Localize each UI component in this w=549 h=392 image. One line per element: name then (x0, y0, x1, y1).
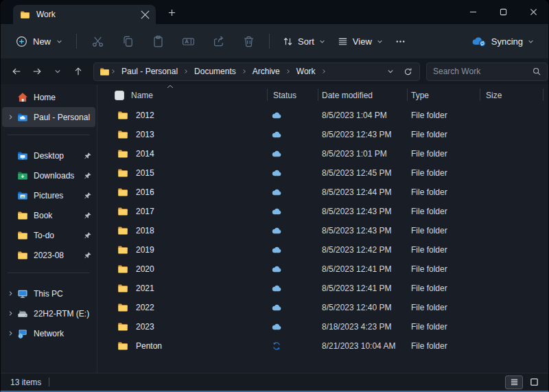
toolbar-actions (84, 30, 262, 53)
large-icons-view-icon (530, 378, 539, 387)
explorer-tab[interactable]: Work (13, 5, 156, 24)
close-button[interactable] (518, 0, 548, 23)
sidebar-item-network[interactable]: Network (2, 323, 95, 343)
arrow-left-icon (12, 67, 21, 76)
file-type: File folder (411, 111, 447, 120)
date-modified: 8/5/2023 12:45 PM (322, 168, 391, 178)
chevron-right-icon[interactable] (5, 114, 16, 120)
sync-status-label: Syncing (491, 36, 523, 47)
rename-button[interactable] (174, 30, 202, 53)
new-tab-button[interactable] (164, 7, 179, 18)
breadcrumb-paul-personal[interactable]: Paul - Personal (117, 65, 183, 78)
more-options-button[interactable] (389, 30, 414, 53)
maximize-button[interactable] (488, 0, 518, 23)
file-row-2020[interactable]: 20208/5/2023 12:41 PMFile folder (97, 260, 548, 279)
breadcrumb-documents[interactable]: Documents (189, 65, 241, 78)
sidebar-item-desktop[interactable]: Desktop (2, 146, 95, 165)
column-divider[interactable] (543, 89, 544, 101)
sidebar-item-this-pc[interactable]: This PC (2, 284, 95, 303)
sidebar-item-book[interactable]: Book (2, 205, 95, 225)
forward-button[interactable] (27, 62, 47, 81)
sidebar-item-pictures[interactable]: Pictures (2, 185, 95, 205)
file-row-2014[interactable]: 20148/5/2023 1:01 PMFile folder (97, 144, 548, 163)
drive-icon (16, 308, 28, 319)
sync-status-button[interactable]: Syncing (465, 30, 540, 53)
file-row-2021[interactable]: 20218/5/2023 12:41 PMFile folder (97, 279, 548, 298)
details-view-button[interactable] (505, 376, 523, 389)
breadcrumb-work[interactable]: Work (292, 65, 320, 78)
file-row-2023[interactable]: 20238/18/2023 4:23 PMFile folder (97, 317, 548, 336)
chevron-right-icon[interactable] (5, 310, 16, 316)
titlebar: Work (1, 0, 548, 24)
pin-icon (84, 231, 92, 240)
sort-button[interactable]: Sort (277, 30, 331, 53)
date-modified: 8/5/2023 12:41 PM (322, 284, 391, 293)
column-header-date-modified[interactable]: Date modified (322, 91, 373, 100)
view-button[interactable]: View (331, 30, 389, 53)
breadcrumb-chevron-icon[interactable] (241, 69, 248, 74)
column-divider[interactable] (407, 89, 408, 101)
window-controls (458, 0, 548, 23)
column-divider[interactable] (318, 89, 318, 101)
chevron-right-icon[interactable] (5, 290, 16, 297)
file-row-2017[interactable]: 20178/5/2023 12:43 PMFile folder (97, 202, 548, 221)
file-list-pane: Name Status Date modified Type Size 2012… (97, 84, 548, 373)
breadcrumb-chevron-icon[interactable] (183, 69, 189, 74)
sidebar-item-22h2-rtm-e[interactable]: 22H2-RTM (E:) (2, 303, 95, 323)
refresh-button[interactable] (399, 63, 417, 80)
tab-close-button[interactable] (138, 8, 152, 21)
file-row-2016[interactable]: 20168/5/2023 12:44 PMFile folder (97, 183, 548, 202)
cut-button[interactable] (84, 30, 111, 53)
select-all-checkbox[interactable] (115, 91, 124, 100)
column-divider[interactable] (267, 89, 268, 101)
breadcrumb-chevron-icon[interactable] (110, 69, 117, 74)
toolbar-separator (76, 34, 77, 49)
chevron-right-icon[interactable] (5, 330, 16, 336)
copy-button[interactable] (114, 30, 141, 53)
up-button[interactable] (69, 62, 88, 81)
date-modified: 8/5/2023 12:44 PM (322, 187, 391, 197)
file-type: File folder (411, 226, 447, 235)
address-dropdown-button[interactable] (382, 63, 399, 80)
sidebar-item-downloads[interactable]: Downloads (2, 165, 95, 185)
column-header-status[interactable]: Status (273, 91, 296, 100)
file-name: 2012 (136, 111, 154, 120)
breadcrumb-chevron-icon[interactable] (285, 69, 292, 74)
paste-button[interactable] (144, 30, 172, 53)
minimize-button[interactable] (458, 0, 488, 23)
column-divider[interactable] (480, 89, 480, 101)
column-header-name[interactable]: Name (131, 91, 153, 100)
file-row-2012[interactable]: 20128/5/2023 1:04 PMFile folder (97, 106, 548, 125)
recent-locations-button[interactable] (48, 62, 67, 81)
sidebar-item-label: Home (34, 93, 92, 102)
file-row-2022[interactable]: 20228/5/2023 12:40 PMFile folder (97, 298, 548, 317)
share-button[interactable] (205, 30, 232, 53)
file-type: File folder (411, 168, 447, 178)
cut-icon (91, 35, 104, 48)
column-header-size[interactable]: Size (486, 91, 502, 100)
file-type: File folder (411, 245, 447, 255)
sidebar-item-to-do[interactable]: To-do (2, 225, 95, 245)
search-input[interactable] (433, 67, 533, 76)
file-row-2013[interactable]: 20138/5/2023 12:43 PMFile folder (97, 125, 548, 144)
sidebar-item-home[interactable]: Home (2, 87, 95, 107)
address-field[interactable]: Paul - PersonalDocumentsArchiveWork (93, 62, 420, 81)
file-row-2019[interactable]: 20198/5/2023 12:42 PMFile folder (97, 240, 548, 260)
sidebar-item-2023-08[interactable]: 2023-08 (2, 245, 95, 265)
breadcrumb-archive[interactable]: Archive (248, 65, 285, 78)
new-button[interactable]: New (9, 30, 69, 53)
sidebar-item-paul-personal[interactable]: Paul - Personal (2, 107, 95, 127)
cloud-available-icon (270, 130, 283, 139)
file-row-penton[interactable]: Penton8/21/2023 10:04 AMFile folder (97, 336, 548, 356)
column-header-type[interactable]: Type (411, 91, 429, 100)
file-name: 2016 (136, 187, 154, 197)
breadcrumb-chevron-icon[interactable] (320, 69, 327, 74)
file-row-2018[interactable]: 20188/5/2023 12:43 PMFile folder (97, 221, 548, 240)
back-button[interactable] (7, 62, 26, 81)
large-icons-view-button[interactable] (525, 376, 543, 389)
refresh-icon (404, 67, 412, 76)
folder-icon (16, 250, 28, 261)
file-row-2015[interactable]: 20158/5/2023 12:45 PMFile folder (97, 163, 548, 183)
delete-button[interactable] (235, 30, 262, 53)
chevron-down-icon (319, 38, 325, 45)
